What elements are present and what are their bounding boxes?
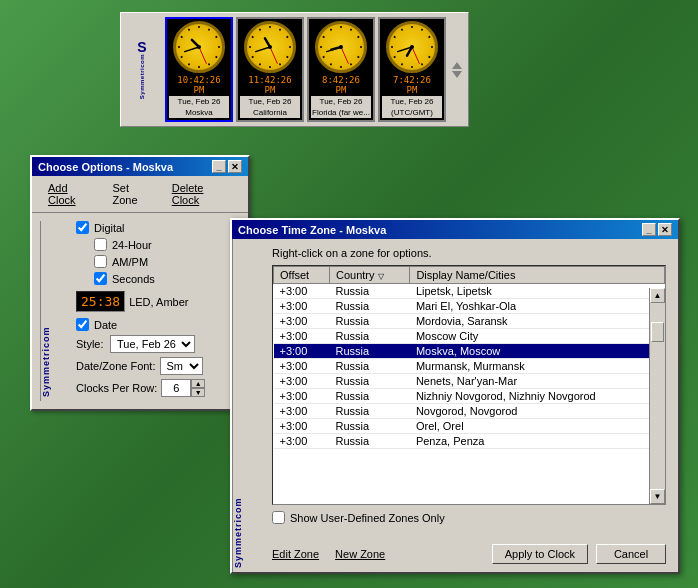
cell-offset: +3:00 <box>274 299 330 314</box>
cell-offset: +3:00 <box>274 359 330 374</box>
svg-point-31 <box>268 45 272 49</box>
date-checkbox[interactable] <box>76 318 89 331</box>
cell-offset: +3:00 <box>274 314 330 329</box>
table-row[interactable]: +3:00RussiaMurmansk, Murmansk <box>274 359 665 374</box>
col-display[interactable]: Display Name/Cities <box>410 267 665 284</box>
scroll-track[interactable] <box>650 303 665 489</box>
svg-line-2 <box>216 37 218 38</box>
new-zone-button[interactable]: New Zone <box>335 548 385 560</box>
tz-footer-right: Apply to Clock Cancel <box>492 544 666 564</box>
scroll-up-icon[interactable] <box>452 62 462 69</box>
widget-arrows[interactable] <box>452 62 462 78</box>
table-row[interactable]: +3:00RussiaLipetsk, Lipetsk <box>274 284 665 299</box>
clock-item-2[interactable]: 8:42:26 PMTue, Feb 26Florida (far we... <box>307 17 375 122</box>
ampm-checkbox[interactable] <box>94 255 107 268</box>
close-button[interactable]: ✕ <box>228 160 242 173</box>
svg-point-15 <box>197 45 201 49</box>
scroll-thumb[interactable] <box>651 322 664 342</box>
table-row[interactable]: +3:00RussiaNovgorod, Novgorod <box>274 404 665 419</box>
svg-line-52 <box>429 57 431 58</box>
scroll-up-button[interactable]: ▲ <box>650 288 665 303</box>
options-window: Choose Options - Moskva _ ✕ Add Clock Se… <box>30 155 250 411</box>
col-offset[interactable]: Offset <box>274 267 330 284</box>
cell-country: Russia <box>329 434 409 449</box>
col-country[interactable]: Country ▽ <box>329 267 409 284</box>
cell-offset: +3:00 <box>274 434 330 449</box>
hour24-checkbox[interactable] <box>94 238 107 251</box>
tz-body: Right-click on a zone for options. Offse… <box>260 239 678 538</box>
delete-clock-menu[interactable]: Delete Clock <box>164 180 240 208</box>
apply-to-clock-button[interactable]: Apply to Clock <box>492 544 588 564</box>
tz-instruction: Right-click on a zone for options. <box>272 247 666 259</box>
seconds-checkbox[interactable] <box>94 272 107 285</box>
table-row[interactable]: +3:00RussiaMordovia, Saransk <box>274 314 665 329</box>
edit-zone-button[interactable]: Edit Zone <box>272 548 319 560</box>
clocks-per-row-spinbox: ▲ ▼ <box>161 379 205 397</box>
cancel-button[interactable]: Cancel <box>596 544 666 564</box>
digital-checkbox[interactable] <box>76 221 89 234</box>
tz-table: Offset Country ▽ Display Name/Cities <box>273 266 665 449</box>
set-zone-menu[interactable]: Set Zone <box>105 180 164 208</box>
user-zones-label: Show User-Defined Zones Only <box>290 512 445 524</box>
minimize-button[interactable]: _ <box>212 160 226 173</box>
spinbox-down-button[interactable]: ▼ <box>191 388 205 397</box>
cell-display: Novgorod, Novgorod <box>410 404 665 419</box>
table-row[interactable]: +3:00RussiaNenets, Nar'yan-Mar <box>274 374 665 389</box>
options-body: Symmetricom Digital 24-Hour AM/PM Second… <box>32 213 248 409</box>
tz-table-body: +3:00RussiaLipetsk, Lipetsk+3:00RussiaMa… <box>274 284 665 449</box>
tz-footer-left: Edit Zone New Zone <box>272 548 385 560</box>
options-title: Choose Options - Moskva <box>38 161 173 173</box>
table-row[interactable]: +3:00RussiaNizhniy Novgorod, Nizhniy Nov… <box>274 389 665 404</box>
tz-footer: Edit Zone New Zone Apply to Clock Cancel <box>260 538 678 572</box>
table-row[interactable]: +3:00RussiaMari El, Yoshkar-Ola <box>274 299 665 314</box>
tz-with-logo: Symmetricom Right-click on a zone for op… <box>232 239 678 572</box>
style-select[interactable]: Tue, Feb 26 <box>110 335 195 353</box>
svg-line-14 <box>199 47 206 63</box>
tz-title: Choose Time Zone - Moskva <box>238 224 386 236</box>
style-row: Style: Tue, Feb 26 <box>76 335 240 353</box>
svg-line-62 <box>412 47 419 63</box>
svg-point-63 <box>410 45 414 49</box>
cell-country: Russia <box>329 374 409 389</box>
tz-side-logo: Symmetricom <box>232 239 260 572</box>
digital-row: Digital <box>76 221 240 234</box>
svg-line-56 <box>394 57 396 58</box>
svg-line-53 <box>422 64 423 66</box>
tz-minimize-button[interactable]: _ <box>642 223 656 236</box>
clocks-per-row-input[interactable] <box>161 379 191 397</box>
svg-line-34 <box>358 37 360 38</box>
svg-line-46 <box>341 47 348 63</box>
font-select[interactable]: Sm <box>160 357 203 375</box>
add-clock-menu[interactable]: Add Clock <box>40 180 105 208</box>
user-zones-checkbox[interactable] <box>272 511 285 524</box>
cell-display: Moskva, Moscow <box>410 344 665 359</box>
user-zones-row: Show User-Defined Zones Only <box>272 511 666 524</box>
clock-items: 10:42:26 PMTue, Feb 26Moskva 11:42:26 PM… <box>165 17 446 122</box>
clock-digital-0: 10:42:26 PM <box>169 74 229 96</box>
clock-item-0[interactable]: 10:42:26 PMTue, Feb 26Moskva <box>165 17 233 122</box>
scroll-down-button[interactable]: ▼ <box>650 489 665 504</box>
svg-line-23 <box>260 64 261 66</box>
clock-item-3[interactable]: 7:42:26 PMTue, Feb 26(UTC/GMT) <box>378 17 446 122</box>
svg-line-26 <box>252 37 254 38</box>
cell-country: Russia <box>329 299 409 314</box>
svg-line-58 <box>394 37 396 38</box>
table-row[interactable]: +3:00RussiaPenza, Penza <box>274 434 665 449</box>
tz-scrollbar[interactable]: ▲ ▼ <box>649 288 665 504</box>
seconds-label: Seconds <box>112 273 155 285</box>
cell-display: Nizhniy Novgorod, Nizhniy Novgorod <box>410 389 665 404</box>
scroll-down-icon[interactable] <box>452 71 462 78</box>
svg-line-42 <box>323 37 325 38</box>
svg-line-40 <box>323 57 325 58</box>
table-row[interactable]: +3:00RussiaOrel, Orel <box>274 419 665 434</box>
tz-close-button[interactable]: ✕ <box>658 223 672 236</box>
svg-line-59 <box>402 29 403 31</box>
clock-item-1[interactable]: 11:42:26 PMTue, Feb 26California <box>236 17 304 122</box>
clock-day-1: Tue, Feb 26 <box>240 96 300 107</box>
spinbox-up-button[interactable]: ▲ <box>191 379 205 388</box>
table-row[interactable]: +3:00RussiaMoscow City <box>274 329 665 344</box>
table-row[interactable]: +3:00RussiaMoskva, Moscow <box>274 344 665 359</box>
cell-offset: +3:00 <box>274 344 330 359</box>
hour24-row: 24-Hour <box>94 238 240 251</box>
cell-offset: +3:00 <box>274 374 330 389</box>
